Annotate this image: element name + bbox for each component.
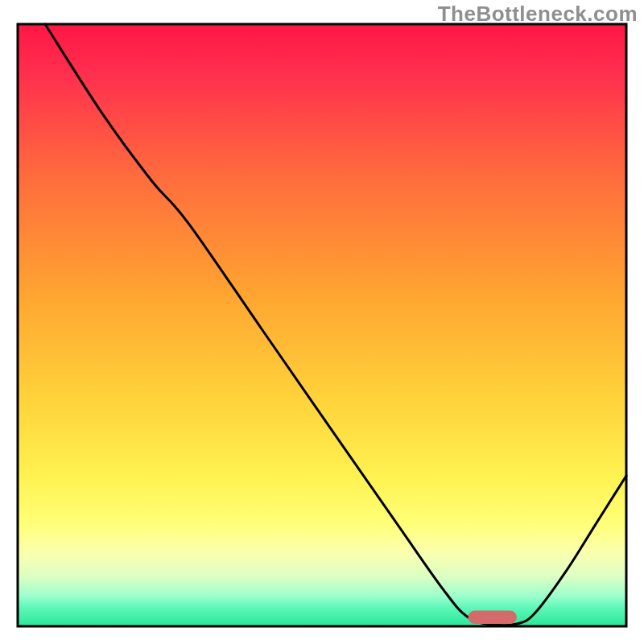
bottleneck-chart [0, 0, 644, 644]
watermark-text: TheBottleneck.com [438, 2, 638, 27]
chart-frame: TheBottleneck.com [0, 0, 644, 644]
gradient-background [18, 24, 626, 626]
optimal-marker [468, 611, 516, 624]
